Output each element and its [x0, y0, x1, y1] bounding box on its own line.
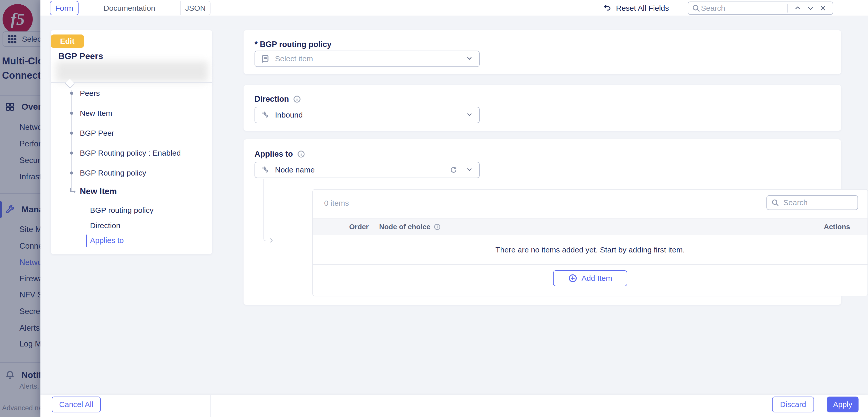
bgp-routing-policy-select[interactable]: Select item [254, 50, 480, 67]
tree-bullet [70, 171, 73, 175]
drawer-footer: Cancel All Discard Apply [40, 395, 868, 417]
search-input[interactable] [701, 4, 783, 13]
search-clear-button[interactable] [819, 5, 827, 12]
search-next-button[interactable] [807, 4, 814, 12]
items-search [767, 195, 858, 210]
field-label: * BGP routing policy [254, 40, 332, 49]
column-order: Order [349, 219, 369, 235]
undo-icon [603, 4, 612, 13]
search-prev-button[interactable] [794, 4, 802, 12]
apply-button[interactable]: Apply [827, 396, 859, 412]
reset-all-fields-button[interactable]: Reset All Fields [603, 0, 669, 16]
view-tabs: Form Documentation JSON [50, 1, 211, 15]
table-header: Order Node of choice Actions [313, 218, 867, 235]
app-root: f5 Select Multi-Clo Connect Overv Ne [0, 0, 868, 417]
tab-documentation[interactable]: Documentation [79, 1, 181, 15]
direction-arrows-icon [261, 110, 270, 119]
divider [51, 82, 212, 83]
field-card-direction: Direction Inbound [244, 85, 841, 131]
applies-to-items-panel: 0 items Order Node of choice [312, 189, 868, 297]
info-icon[interactable] [434, 223, 441, 231]
connector-arrow-icon [268, 237, 275, 245]
edit-badge: Edit [51, 34, 84, 48]
chevron-up-icon [794, 4, 802, 12]
discard-button[interactable]: Discard [772, 396, 814, 412]
form-search [688, 2, 833, 15]
tree-item-new-item[interactable]: New Item [80, 109, 112, 117]
select-placeholder: Select item [275, 55, 460, 63]
chevron-down-icon [465, 165, 473, 175]
column-actions: Actions [824, 219, 850, 235]
divider [210, 395, 211, 417]
list-plus-icon [261, 54, 270, 63]
tree-bullet [70, 112, 73, 115]
tree-item-bgp-routing-policy[interactable]: BGP Routing policy [80, 169, 146, 177]
info-icon[interactable] [297, 150, 305, 158]
add-item-button[interactable]: Add Item [553, 270, 627, 286]
chevron-down-icon [465, 110, 473, 119]
tab-json[interactable]: JSON [181, 1, 210, 15]
items-search-input[interactable] [783, 198, 854, 207]
tree-child-bgp-routing-policy[interactable]: BGP routing policy [90, 206, 154, 215]
tree-bullet [70, 151, 73, 154]
elbow-arrow-icon [68, 187, 77, 197]
form-tree-panel: Edit BGP Peers Peers New Item BGP Peer B… [51, 30, 212, 254]
search-icon [771, 199, 779, 207]
tree-bullet [70, 92, 73, 95]
direction-value: Inbound [275, 111, 460, 119]
applies-to-select[interactable]: Node name [254, 162, 480, 178]
tree-child-applies-to[interactable]: Applies to [90, 236, 124, 245]
tree-item-new-item-current[interactable]: New Item [80, 186, 117, 196]
tree-child-direction[interactable]: Direction [90, 221, 120, 230]
info-icon[interactable] [293, 95, 301, 103]
tree-connector-line [71, 91, 72, 192]
search-icon [692, 4, 701, 12]
tree-item-bgp-routing-policy-enabled[interactable]: BGP Routing policy : Enabled [80, 149, 181, 158]
plus-circle-icon [568, 274, 578, 283]
tree-item-bgp-peer[interactable]: BGP Peer [80, 129, 114, 137]
divider [787, 4, 788, 12]
editor-drawer: Form Documentation JSON Reset All Fields [40, 0, 868, 417]
object-title: BGP Peers [58, 51, 103, 61]
column-node-of-choice: Node of choice [379, 219, 441, 235]
redacted-text-block [56, 61, 208, 82]
chevron-down-icon [807, 4, 814, 12]
close-icon [819, 5, 827, 12]
tree-bullet [70, 132, 73, 135]
nested-connector-line [264, 179, 270, 241]
applies-to-value: Node name [275, 166, 442, 174]
field-card-applies-to: Applies to Node name [244, 139, 841, 305]
refresh-button[interactable] [450, 166, 458, 174]
active-field-bar [86, 235, 87, 247]
chevron-down-icon [465, 54, 473, 63]
empty-state-text: There are no items added yet. Start by a… [313, 235, 867, 265]
field-label: Applies to [254, 149, 305, 159]
direction-select[interactable]: Inbound [254, 107, 480, 123]
tree-item-peers[interactable]: Peers [80, 89, 100, 98]
field-card-bgp-routing-policy: * BGP routing policy Select item [244, 30, 841, 74]
direction-arrows-icon [261, 165, 270, 175]
cancel-all-button[interactable]: Cancel All [52, 396, 101, 412]
items-count: 0 items [324, 199, 349, 207]
tab-form[interactable]: Form [50, 1, 79, 15]
modal-dim-overlay [0, 0, 40, 417]
drawer-topbar: Form Documentation JSON Reset All Fields [40, 0, 868, 16]
field-label: Direction [254, 95, 301, 104]
